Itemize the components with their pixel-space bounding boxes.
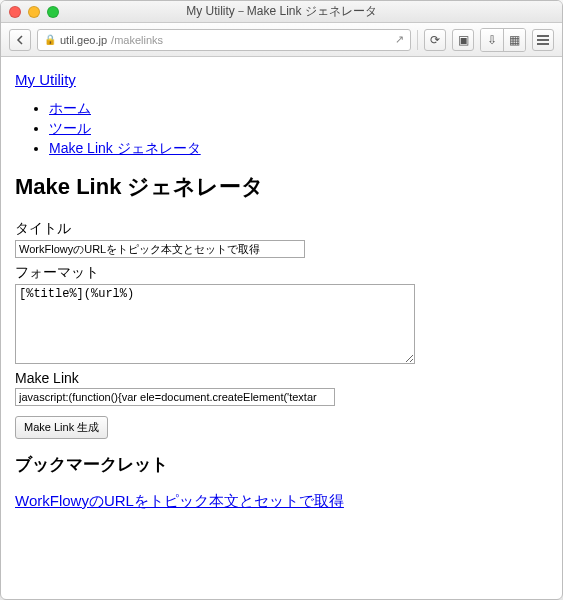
breadcrumb-nav: ホーム ツール Make Link ジェネレータ — [15, 100, 548, 158]
bookmarklet-link[interactable]: WorkFlowyのURLをトピック本文とセットで取得 — [15, 492, 344, 511]
generate-button[interactable]: Make Link 生成 — [15, 416, 108, 439]
url-path: /makelinks — [111, 34, 163, 46]
browser-toolbar: 🔒 util.geo.jp/makelinks ↗ ⟳ ▣ ⇩ ▦ — [1, 23, 562, 57]
nav-item-makelink[interactable]: Make Link ジェネレータ — [49, 140, 201, 156]
url-domain: util.geo.jp — [60, 34, 107, 46]
lock-icon: 🔒 — [44, 34, 56, 45]
makelink-input[interactable] — [15, 388, 335, 406]
nav-item-home[interactable]: ホーム — [49, 100, 91, 116]
download-button[interactable]: ⇩ — [481, 29, 503, 51]
format-textarea[interactable] — [15, 284, 415, 364]
menu-button[interactable] — [532, 29, 554, 51]
page-content: My Utility ホーム ツール Make Link ジェネレータ Make… — [1, 57, 562, 599]
window-title: My Utility－Make Link ジェネレータ — [1, 3, 562, 20]
toolbar-separator — [417, 30, 418, 50]
title-label: タイトル — [15, 220, 548, 238]
reader-button[interactable]: ▣ — [452, 29, 474, 51]
share-icon[interactable]: ↗ — [395, 33, 404, 46]
minimize-window-button[interactable] — [28, 6, 40, 18]
zoom-window-button[interactable] — [47, 6, 59, 18]
grid-button[interactable]: ▦ — [503, 29, 525, 51]
site-title-link[interactable]: My Utility — [15, 71, 76, 88]
back-button[interactable] — [9, 29, 31, 51]
page-title: Make Link ジェネレータ — [15, 172, 548, 202]
toolbar-group: ⇩ ▦ — [480, 28, 526, 52]
nav-item-tools[interactable]: ツール — [49, 120, 91, 136]
window-controls — [9, 6, 59, 18]
bookmarklet-heading: ブックマークレット — [15, 453, 548, 476]
window-titlebar: My Utility－Make Link ジェネレータ — [1, 1, 562, 23]
title-input[interactable] — [15, 240, 305, 258]
reload-button[interactable]: ⟳ — [424, 29, 446, 51]
format-label: フォーマット — [15, 264, 548, 282]
close-window-button[interactable] — [9, 6, 21, 18]
address-bar[interactable]: 🔒 util.geo.jp/makelinks ↗ — [37, 29, 411, 51]
makelink-label: Make Link — [15, 370, 548, 386]
